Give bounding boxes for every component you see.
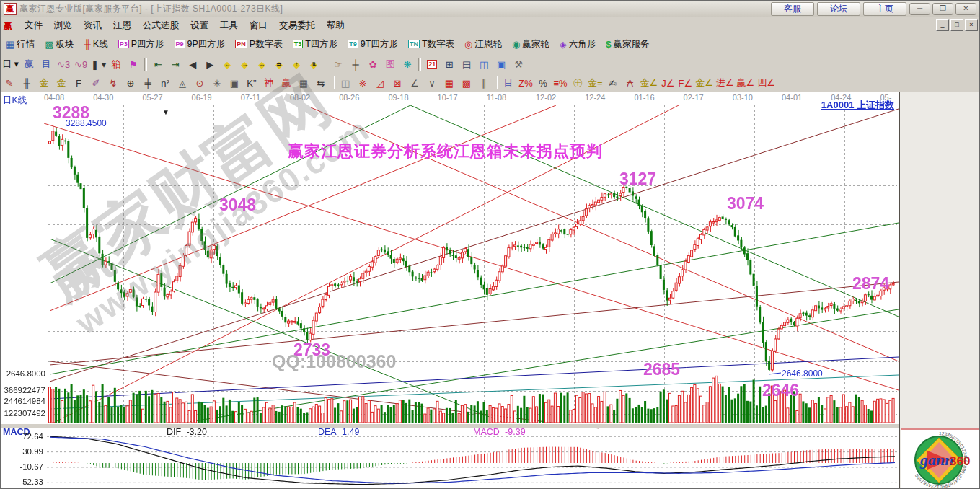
notes-icon[interactable]: ▤ (459, 56, 474, 72)
compress-v-icon[interactable]: ◆⇅ (306, 56, 322, 72)
shen-tool-icon[interactable]: 神 (261, 75, 277, 91)
percent-icon[interactable]: % (535, 75, 551, 91)
gann-angle-icon[interactable]: 金∠ (694, 75, 714, 91)
ma9-icon[interactable]: ∿9 (73, 56, 89, 72)
minimize-button[interactable]: ─ (909, 3, 930, 15)
ribbon-tool-icon[interactable]: ✿ (365, 56, 381, 72)
width-arrows-icon[interactable]: ⇆ (313, 75, 329, 91)
sectors-button[interactable]: ▩板块 (40, 36, 78, 53)
nine-p-square-button[interactable]: P99P四方形 (170, 36, 230, 53)
customer-service-button[interactable]: 客服 (771, 2, 814, 16)
prev-bar-icon[interactable]: ◀ (185, 56, 200, 72)
winner-service-button[interactable]: $赢家服务 (601, 36, 653, 53)
monitor-save-icon[interactable]: ▣ (493, 56, 509, 72)
calendar-icon[interactable]: 21 (424, 56, 440, 72)
target-circle-icon[interactable]: ⊙ (192, 75, 208, 91)
menu-item-资讯[interactable]: 资讯 (78, 18, 107, 33)
menu-item-交易委托[interactable]: 交易委托 (273, 18, 321, 33)
angle-tool-icon[interactable]: ◬ (175, 75, 190, 91)
gold-angle-icon[interactable]: 金∠ (640, 75, 659, 91)
box-x-icon[interactable]: ⊠ (389, 75, 405, 91)
period-selector[interactable]: 日 ▾ (1, 56, 19, 72)
box-diag-icon[interactable]: ◿ (372, 75, 388, 91)
red-fan-icon[interactable]: ※ (355, 75, 371, 91)
next-bar-icon[interactable]: ▶ (202, 56, 218, 72)
gold-circle-icon[interactable]: ㊉ (570, 75, 586, 91)
first-page-icon[interactable]: ⇤ (150, 56, 166, 72)
winner-wheel-button[interactable]: ◉赢家轮 (508, 36, 554, 53)
n-square-icon[interactable]: n² (157, 75, 173, 91)
p-number-table-button[interactable]: PNP数字表 (231, 36, 286, 53)
gold-ratio-icon[interactable]: 金 (36, 75, 52, 91)
menu-item-文件[interactable]: 文件 (19, 18, 48, 33)
red-grid2-icon[interactable]: ▩ (459, 75, 474, 91)
gold-lines-icon[interactable]: 金≡ (587, 75, 604, 91)
grid-tool-icon[interactable]: ╫ (19, 75, 35, 91)
line-percent-icon[interactable]: ≡% (552, 75, 568, 91)
square-target-icon[interactable]: ▣ (226, 75, 242, 91)
expand-v-icon[interactable]: ◆↕ (288, 56, 304, 72)
kk-icon[interactable]: K" (244, 75, 260, 91)
pen-tool-icon[interactable]: ✎ (1, 75, 17, 91)
menu-item-江恩[interactable]: 江恩 (107, 18, 137, 33)
fibonacci-icon[interactable]: F (71, 75, 87, 91)
a-channel-icon[interactable]: ₳ (622, 75, 638, 91)
menu-item-工具[interactable]: 工具 (214, 18, 244, 33)
four-angle-icon[interactable]: 四∠ (756, 75, 776, 91)
marker-pen-icon[interactable]: ↯ (105, 75, 121, 91)
homepage-button[interactable]: 主页 (863, 2, 906, 16)
star-tool-icon[interactable]: ✳ (209, 75, 225, 91)
box-frame-icon[interactable]: ◫ (337, 75, 353, 91)
info-list-icon[interactable]: 目 (38, 56, 54, 72)
expand-h-icon[interactable]: ◆↔ (254, 56, 270, 72)
flag-icon[interactable]: ⚑ (125, 56, 141, 72)
shift-right-icon[interactable]: ◆→ (237, 56, 252, 72)
p-square-button[interactable]: P3P四方形 (114, 36, 169, 53)
close-button[interactable]: ✕ (955, 3, 976, 15)
hand-tool-icon[interactable]: ☞ (330, 56, 346, 72)
market-quotes-button[interactable]: ▦行情 (1, 36, 39, 53)
mdi-minimize-button[interactable]: _ (936, 19, 949, 31)
kline-button[interactable]: ╫K线 (80, 36, 112, 53)
t-number-table-button[interactable]: TNT数字表 (404, 36, 459, 53)
menu-item-设置[interactable]: 设置 (185, 18, 214, 33)
brush-icon[interactable]: ✍ (605, 75, 621, 91)
shift-left-icon[interactable]: ◆← (219, 56, 235, 72)
compress-h-icon[interactable]: ◆⇄ (271, 56, 287, 72)
mdi-close-button[interactable]: × (965, 19, 978, 31)
list-tool-icon[interactable]: 目 (500, 75, 516, 91)
v-line-icon[interactable]: ∨ (424, 75, 440, 91)
tools-save-icon[interactable]: ⚒ (511, 56, 526, 72)
speed-angle-icon[interactable]: 进∠ (715, 75, 735, 91)
hexagon-button[interactable]: ◈六角形 (555, 36, 601, 53)
forum-button[interactable]: 论坛 (817, 2, 860, 16)
angle-line-icon[interactable]: ∠ (407, 75, 423, 91)
diag-lines-icon[interactable]: ∥ (476, 75, 492, 91)
gann-window-icon[interactable]: 赢 (21, 56, 37, 72)
pattern-icon[interactable]: ❋ (399, 56, 415, 72)
last-page-icon[interactable]: ⇥ (167, 56, 183, 72)
f-angle-icon[interactable]: F∠ (677, 75, 693, 91)
crosshair-icon[interactable]: ┼ (348, 56, 363, 72)
gann-wheel-button[interactable]: ◎江恩轮 (460, 36, 506, 53)
win-angle-icon[interactable]: 赢∠ (736, 75, 756, 91)
red-grid-icon[interactable]: ▦ (441, 75, 457, 91)
restore-button[interactable]: ❐ (932, 3, 953, 15)
calculator-icon[interactable]: ⊞ (441, 56, 457, 72)
nine-t-square-button[interactable]: T99T四方形 (343, 36, 402, 53)
save-icon[interactable]: ◫ (476, 56, 492, 72)
gann-box-icon[interactable]: 箱 (108, 56, 124, 72)
candle-style-selector[interactable]: ❚ ▾ (90, 56, 107, 72)
spiral-icon[interactable]: ✐ (88, 75, 104, 91)
ma3-icon[interactable]: ∿3 (56, 56, 71, 72)
mdi-restore-button[interactable]: □ (950, 19, 963, 31)
grid123-icon[interactable]: ▦ (296, 75, 312, 91)
menu-item-帮助[interactable]: 帮助 (321, 18, 350, 33)
menu-item-浏览[interactable]: 浏览 (48, 18, 78, 33)
gold-section-icon[interactable]: 金 (53, 75, 69, 91)
z-percent-icon[interactable]: Z% (518, 75, 534, 91)
circle-cycle-icon[interactable]: ⊕ (123, 75, 138, 91)
menu-item-公式选股[interactable]: 公式选股 (137, 18, 185, 33)
image-box-icon[interactable]: 图 (382, 56, 398, 72)
ying-tool-icon[interactable]: 赢 (278, 75, 294, 91)
